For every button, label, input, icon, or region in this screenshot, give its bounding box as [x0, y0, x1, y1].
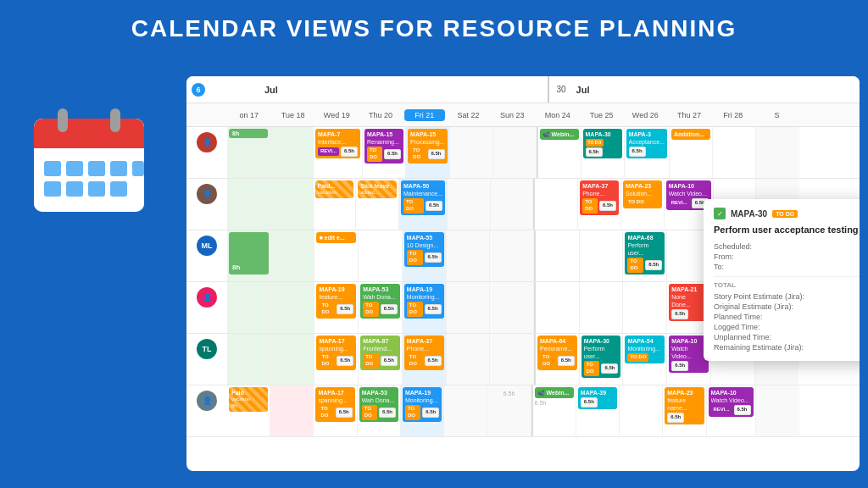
cal-cell[interactable]: 📹Webin...: [538, 127, 581, 178]
task-card[interactable]: MAPA-19 feature... TO DO6.5h: [316, 284, 356, 319]
task-card[interactable]: MAPA-15 Processing... TO DO6.5h: [408, 129, 447, 164]
task-card[interactable]: MAPA-15 Renaming... TO DO6.5h: [364, 129, 403, 164]
cal-cell[interactable]: [271, 230, 315, 281]
task-card[interactable]: Sick leave added...: [358, 180, 397, 198]
cal-cell[interactable]: [536, 282, 580, 333]
task-card[interactable]: MAPA-23 feature name... 6.5h: [665, 387, 704, 424]
task-card[interactable]: MAPA-7 Interface... REVI...6.5h: [315, 129, 360, 158]
cal-cell[interactable]: MAPA-30 Perform user... TO DO6.5h: [580, 334, 624, 385]
cal-cell[interactable]: [535, 179, 578, 230]
cal-cell[interactable]: [580, 282, 624, 333]
task-card[interactable]: ■ edit e...: [316, 232, 356, 243]
cal-cell[interactable]: [447, 334, 491, 385]
cal-cell[interactable]: MAPA-53 Wah Dona... TO DO6.5h: [358, 385, 401, 436]
cal-cell[interactable]: MAPA-23 Solution... TO DO: [621, 179, 665, 230]
cal-cell[interactable]: [620, 385, 663, 436]
task-card[interactable]: Paid vacation 8h: [229, 387, 268, 412]
cal-cell[interactable]: MAPA-55 10 Design... TO DO6.5h: [403, 230, 447, 281]
task-card[interactable]: MAPA-68 Perform user... TO DO8.5h: [625, 232, 665, 274]
task-card[interactable]: MAPA-10 Watch Video... 6.5h: [669, 336, 709, 373]
cal-cell[interactable]: MAPA-68 Perform user... TO DO8.5h: [623, 230, 667, 281]
cal-cell[interactable]: [271, 282, 315, 333]
cal-cell[interactable]: 📹Webin... 6.5h: [533, 385, 576, 436]
cal-cell[interactable]: [359, 230, 403, 281]
cal-cell[interactable]: [450, 127, 493, 178]
task-card[interactable]: MAPA-55 10 Design... TO DO6.5h: [404, 232, 444, 267]
cal-cell[interactable]: Paid vacation 8h: [227, 385, 270, 436]
cal-cell[interactable]: [448, 179, 491, 230]
cal-cell[interactable]: [490, 230, 534, 281]
task-card[interactable]: MAPA-30 Perform user... TO DO6.5h: [581, 336, 621, 378]
cal-cell[interactable]: Ambition...: [670, 127, 713, 178]
task-card[interactable]: MAPA-64 Periorame... TO DO6.5h: [537, 336, 577, 370]
cal-cell[interactable]: [536, 230, 580, 281]
cal-cell[interactable]: MAPA-37 Phone... TO DO6.5h: [578, 179, 621, 230]
cal-cell[interactable]: [623, 282, 667, 333]
cal-cell[interactable]: [270, 127, 314, 178]
cal-cell[interactable]: MAPA-50 Maintenance... TO DO6.5h: [399, 179, 448, 230]
cal-cell[interactable]: MAPA-19 Monitoring... TO DO6.5h: [401, 385, 444, 436]
cal-cell[interactable]: [271, 334, 315, 385]
cal-cell[interactable]: Paid... vacation: [314, 179, 357, 230]
task-card[interactable]: MAPA-50 Maintenance... TO DO6.5h: [401, 180, 445, 215]
cal-cell[interactable]: MAPA-7 Interface... REVI...6.5h: [314, 127, 363, 178]
cal-cell[interactable]: [490, 282, 534, 333]
cal-cell[interactable]: [270, 385, 314, 436]
cal-cell[interactable]: MAPA-17 spanning... TO DO6.5h: [314, 334, 359, 385]
cal-cell[interactable]: [493, 127, 537, 178]
cal-cell[interactable]: MAPA-3 Acceptance... 6.5h: [625, 127, 670, 178]
task-card[interactable]: MAPA-53 Wah Dona... TO DO6.5h: [360, 284, 400, 319]
cal-cell[interactable]: MAPA-15 Processing... TO DO6.5h: [406, 127, 449, 178]
cal-cell[interactable]: MAPA-15 Renaming... TO DO6.5h: [363, 127, 406, 178]
task-card[interactable]: MAPA-17 spanning... TO DO6.5h: [315, 387, 354, 422]
task-card[interactable]: MAPA-37 Phone... TO DO6.5h: [580, 180, 619, 215]
cal-cell[interactable]: [491, 179, 534, 230]
cal-cell[interactable]: [447, 282, 491, 333]
task-card[interactable]: MAPA-19 Monitoring... TO DO6.5h: [403, 387, 442, 422]
cal-cell[interactable]: [227, 334, 271, 385]
task-card[interactable]: MAPA-21 None Done... 6.5h: [669, 284, 709, 321]
cal-cell[interactable]: MAPA-87 Frontend... TO DO6.5h: [359, 334, 403, 385]
avatar: ML: [197, 236, 217, 256]
task-card[interactable]: MAPA-17 spanning... TO DO6.5h: [316, 336, 356, 370]
cal-cell[interactable]: MAPA-30 TO DO 6.5h: [581, 127, 625, 178]
task-card[interactable]: MAPA-39 6.5h: [578, 387, 617, 409]
cal-cell[interactable]: MAPA-19 Monitoring... TO DO6.5h: [403, 282, 447, 333]
task-card[interactable]: MAPA-23 Solution... TO DO: [623, 180, 662, 208]
cal-cell[interactable]: MAPA-17 spanning... TO DO6.5h: [314, 385, 357, 436]
task-card[interactable]: MAPA-19 Monitoring... TO DO6.5h: [404, 284, 444, 319]
cal-cell[interactable]: MAPA-39 6.5h: [576, 385, 620, 436]
cal-cell[interactable]: Sick leave added...: [356, 179, 399, 230]
task-card[interactable]: MAPA-10 Watch Video... REVI...6.5h: [709, 387, 754, 417]
cal-cell[interactable]: MAPA-54 Monitoring... TO DO: [623, 334, 667, 385]
task-card[interactable]: Paid... vacation: [315, 180, 354, 198]
cal-cell[interactable]: MAPA-53 Wah Dona... TO DO6.5h: [359, 282, 403, 333]
cal-cell[interactable]: MAPA-19 feature... TO DO6.5h: [314, 282, 359, 333]
cal-cell[interactable]: [270, 179, 314, 230]
cal-cell[interactable]: ■ edit e...: [314, 230, 359, 281]
cal-cell[interactable]: [580, 230, 624, 281]
task-card[interactable]: 📹Webin...: [540, 129, 579, 140]
cal-cell[interactable]: 8h: [227, 127, 270, 178]
task-card-mapa30[interactable]: MAPA-30 TO DO 6.5h: [583, 129, 622, 158]
cal-cell[interactable]: [227, 282, 271, 333]
cal-cell[interactable]: 8h: [227, 230, 271, 281]
task-card[interactable]: MAPA-3 Acceptance... 6.5h: [626, 129, 667, 158]
cal-cell[interactable]: MAPA-10 Watch Video... REVI...6.5h: [707, 385, 756, 436]
cal-cell[interactable]: MAPA-64 Periorame... TO DO6.5h: [536, 334, 580, 385]
cal-cell[interactable]: [490, 334, 534, 385]
task-card[interactable]: MAPA-37 Phone... TO DO6.5h: [404, 336, 444, 370]
cal-cell[interactable]: [713, 127, 756, 178]
task-card[interactable]: Ambition...: [671, 129, 710, 140]
cal-cell[interactable]: [444, 385, 487, 436]
cal-cell[interactable]: [227, 179, 270, 230]
cal-cell[interactable]: 6.5h: [487, 385, 531, 436]
task-card[interactable]: MAPA-54 Monitoring... TO DO: [625, 336, 665, 363]
cal-cell[interactable]: MAPA-37 Phone... TO DO6.5h: [403, 334, 447, 385]
cal-nav-left[interactable]: 6: [186, 83, 227, 97]
task-card[interactable]: MAPA-53 Wah Dona... TO DO6.5h: [359, 387, 398, 422]
task-card[interactable]: 📹Webin...: [535, 387, 574, 398]
cal-cell[interactable]: MAPA-23 feature name... 6.5h: [663, 385, 706, 436]
task-card[interactable]: MAPA-87 Frontend... TO DO6.5h: [360, 336, 400, 370]
cal-cell[interactable]: [447, 230, 491, 281]
